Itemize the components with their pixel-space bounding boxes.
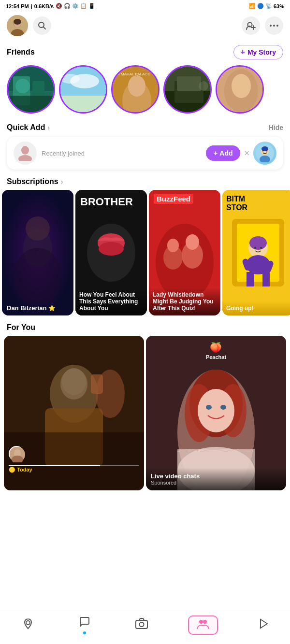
hide-button[interactable]: Hide: [269, 124, 283, 131]
header-right: [242, 16, 283, 35]
battery-icon: 63%: [274, 3, 284, 9]
story-image-1: [8, 67, 54, 112]
avatar[interactable]: [7, 15, 28, 36]
time: 12:54 PM: [6, 3, 29, 9]
svg-rect-80: [91, 374, 103, 394]
svg-point-36: [21, 146, 29, 155]
icons-group: 🔇 🎧 ⚙️ 📋 📱: [56, 3, 95, 9]
nav-item-friends[interactable]: [188, 615, 218, 635]
brother-caption: How You Feel About This Says Everything …: [75, 287, 147, 315]
story-item-3[interactable]: JN MAHAL PALACE: [111, 65, 160, 114]
more-options-button[interactable]: [265, 16, 283, 35]
status-right: 📶 🔵 📡 63%: [249, 3, 284, 9]
svg-point-18: [15, 79, 30, 93]
peachat-logo: 🍑 Peachat: [206, 342, 226, 360]
chevron-right-icon: ›: [47, 124, 50, 131]
story-item-1[interactable]: [7, 65, 55, 114]
svg-point-94: [26, 621, 30, 625]
svg-rect-67: [246, 272, 254, 286]
my-story-label: My Story: [247, 48, 276, 56]
story-item-2[interactable]: [59, 65, 107, 114]
network-speed: |: [31, 3, 32, 9]
sub-card-brother[interactable]: BROTHER How You Feel About This Says Eve…: [75, 190, 147, 315]
sub-card-dan[interactable]: Dan Bilzerian ⭐: [2, 190, 73, 315]
search-button[interactable]: [33, 16, 51, 35]
subscriptions-header: Subscriptions ›: [0, 177, 290, 190]
dan-bilzerian-label: Dan Bilzerian ⭐: [7, 304, 56, 312]
sub-card-buzzfeed[interactable]: BuzzFeed Lady Whistledown Might Be Judgi…: [149, 190, 220, 315]
for-you-section: For You: [0, 317, 290, 492]
svg-point-12: [276, 25, 278, 27]
for-you-title: For You: [7, 323, 35, 331]
svg-point-4: [14, 19, 21, 25]
status-bar: 12:54 PM | 0.6KB/s 🔇 🎧 ⚙️ 📋 📱 📶 🔵 📡 63%: [0, 0, 290, 12]
chat-icon: [79, 616, 90, 630]
svg-point-57: [167, 239, 179, 252]
add-plus-icon: +: [214, 149, 218, 157]
header-left: [7, 15, 51, 36]
video-progress-fill: [9, 465, 100, 466]
dismiss-button[interactable]: ×: [244, 148, 249, 158]
subscriptions-grid: Dan Bilzerian ⭐ BROTHER How You Feel Abo…: [0, 190, 290, 315]
svg-point-66: [260, 247, 262, 249]
svg-marker-99: [261, 619, 267, 628]
svg-point-52: [99, 242, 124, 256]
story-item-5[interactable]: [216, 65, 264, 114]
add-friend-button[interactable]: [242, 16, 260, 35]
my-story-button[interactable]: + My Story: [233, 45, 283, 59]
chat-notification-dot: [83, 631, 86, 634]
svg-point-47: [14, 248, 62, 306]
svg-point-96: [139, 622, 144, 627]
dan-name: Dan Bilzerian: [7, 304, 46, 312]
svg-point-58: [186, 234, 199, 250]
video-poster-avatar: [9, 446, 24, 461]
user-avatar-placeholder: [14, 142, 37, 165]
story-item-4[interactable]: [163, 65, 212, 114]
buzzfeed-logo: BuzzFeed: [154, 195, 193, 203]
svg-rect-68: [262, 272, 270, 286]
subscriptions-title: Subscriptions: [7, 177, 58, 186]
svg-rect-95: [136, 620, 147, 629]
nav-item-chat[interactable]: [74, 614, 95, 636]
live-video-title: Live video chats: [151, 472, 281, 480]
svg-line-6: [44, 27, 46, 29]
discover-icon: [258, 618, 268, 632]
story-image-4: [165, 67, 210, 112]
svg-point-90: [206, 405, 212, 410]
subscriptions-section: Subscriptions › Dan Bilzerian ⭐: [0, 173, 290, 317]
svg-point-37: [18, 155, 32, 161]
bluetooth-icon: 🔵: [257, 3, 264, 9]
nav-item-camera[interactable]: [130, 616, 153, 634]
live-video-label: Live video chats Sponsored: [146, 468, 286, 490]
friends-icon: [197, 618, 209, 632]
svg-rect-21: [60, 96, 107, 114]
for-you-card-2[interactable]: 🍑 Peachat Live video chats Sponsored: [146, 336, 286, 490]
svg-point-44: [266, 150, 268, 152]
for-you-card-1[interactable]: 🟡 Today: [4, 336, 144, 490]
svg-point-65: [254, 247, 256, 249]
svg-point-35: [232, 74, 251, 98]
bottom-nav: [0, 609, 290, 644]
sponsored-label: Sponsored: [151, 480, 281, 486]
status-left: 12:54 PM | 0.6KB/s 🔇 🎧 ⚙️ 📋 📱: [6, 3, 95, 9]
for-you-grid: 🟡 Today: [0, 336, 290, 490]
for-you-header: For You: [0, 321, 290, 336]
stories-row: JN MAHAL PALACE: [0, 63, 290, 119]
my-story-plus: +: [241, 48, 245, 57]
verified-icon: ⭐: [48, 305, 56, 312]
svg-point-11: [273, 25, 275, 27]
story-image-2: [60, 67, 106, 112]
svg-rect-31: [177, 76, 201, 91]
buzzfeed-caption: Lady Whistledown Might Be Judging You Af…: [149, 287, 220, 315]
nav-item-discover[interactable]: [253, 616, 273, 634]
peachat-icon: 🍑: [210, 342, 222, 353]
bitmoji-caption: Going up!: [222, 301, 290, 315]
add-button[interactable]: + Add: [206, 145, 240, 161]
bitmoji-title: BITM STOR: [226, 195, 247, 212]
svg-text:JN MAHAL PALACE: JN MAHAL PALACE: [115, 72, 150, 76]
header: [0, 12, 290, 41]
nav-item-map[interactable]: [17, 616, 39, 634]
svg-point-10: [270, 25, 272, 27]
sub-card-bitmoji[interactable]: BITM STOR Going up!: [222, 190, 290, 315]
map-icon: [22, 618, 34, 632]
